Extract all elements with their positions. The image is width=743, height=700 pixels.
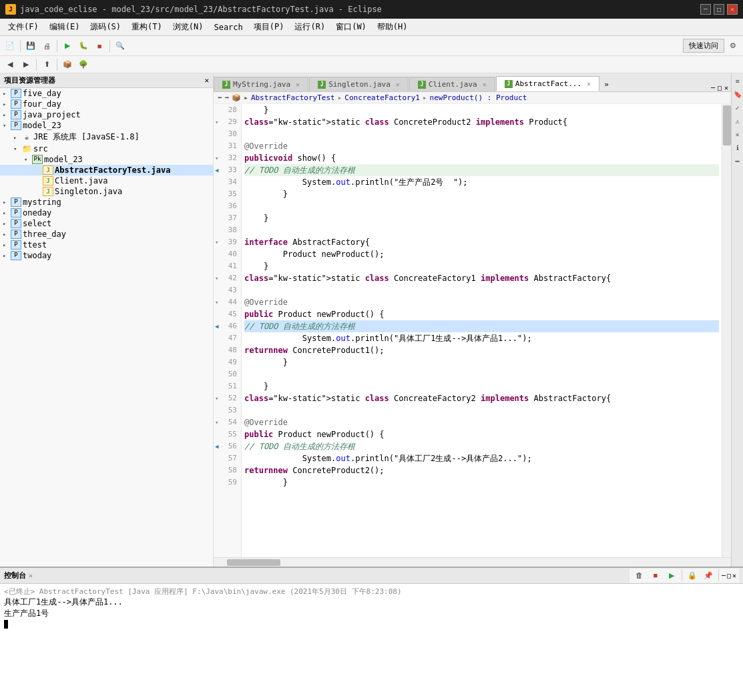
tree-item-java_project[interactable]: ▸Pjava_project [0,109,213,120]
print-button[interactable]: 🖨 [39,39,54,53]
quick-access-button[interactable]: 快速访问 [683,39,724,53]
tree-item-model_23_pkg[interactable]: ▾Pkmodel_23 [0,154,213,165]
problem-icon[interactable]: ⚠ [733,116,742,125]
toolbar-options-button[interactable]: ⚙ [726,39,740,53]
minimize-button[interactable]: ─ [700,4,711,15]
sidebar-minimize-icon[interactable]: ✕ [204,76,209,85]
tab-client[interactable]: J Client.java ✕ [409,77,495,91]
collapse-icon-39[interactable]: ▾ [215,236,218,248]
outline-icon[interactable]: ≡ [733,76,742,85]
breadcrumb-nav-1[interactable]: ⬅ [218,93,222,102]
breadcrumb-nav-2[interactable]: ➡ [225,93,230,102]
bookmark-icon[interactable]: 🔖 [733,89,742,99]
menu-item-search[interactable]: Search [208,21,248,33]
tree-arrow-java_project[interactable]: ▸ [3,111,11,118]
tree-arrow-twoday[interactable]: ▸ [3,252,11,259]
tree-item-five_day[interactable]: ▸Pfive_day [0,88,213,99]
tree-arrow-mystring[interactable]: ▸ [3,199,11,206]
breadcrumb-nav-4[interactable]: ▸ [244,93,248,102]
highlight-icon[interactable]: ━ [733,156,742,165]
breadcrumb-class[interactable]: AbstractFactoryTest [251,93,335,102]
tree-arrow-oneday[interactable]: ▸ [3,210,11,216]
tree-arrow-model_23[interactable]: ▾ [3,122,11,129]
tree-item-ttest[interactable]: ▸Pttest [0,240,213,250]
maximize-button[interactable]: □ [714,4,724,15]
save-button[interactable]: 💾 [23,39,38,53]
tree-arrow-model_23_pkg[interactable]: ▾ [24,156,32,163]
info-icon[interactable]: ℹ [733,143,742,152]
console-clear-button[interactable]: 🗑 [632,568,647,583]
new-button[interactable]: 📄 [3,39,17,53]
menu-item-w[interactable]: 窗口(W) [330,20,372,34]
package-explorer-button[interactable]: 📦 [60,57,75,72]
tab-close-mystring[interactable]: ✕ [296,81,300,88]
menu-item-s[interactable]: 源码(S) [85,20,126,34]
console-scroll-lock[interactable]: 🔒 [685,568,700,583]
tree-item-AbstractFactoryTest[interactable]: JAbstractFactoryTest.java [0,165,213,176]
tab-singleton[interactable]: J Singleton.java ✕ [309,77,409,91]
tree-arrow-ttest[interactable]: ▸ [3,242,11,248]
tree-item-jre[interactable]: ▸☕JRE 系统库 [JavaSE-1.8] [0,131,213,143]
back-button[interactable]: ◀ [3,57,17,72]
breadcrumb-nav-3[interactable]: 📦 [232,93,241,102]
tree-item-four_day[interactable]: ▸Pfour_day [0,99,213,109]
code-content[interactable]: } class="kw-static">static class Concret… [242,104,722,557]
console-stop-button[interactable]: ■ [648,568,663,583]
console-min-button[interactable]: ─ [722,572,726,579]
collapse-icon-32[interactable]: ▾ [215,152,218,164]
tree-item-Singleton[interactable]: JSingleton.java [0,186,213,197]
editor-vertical-scrollbar[interactable] [722,104,731,557]
console-max-button[interactable]: □ [727,572,731,579]
tree-item-three_day[interactable]: ▸Pthree_day [0,229,213,240]
editor-hscrollbar[interactable] [214,557,731,567]
tree-item-mystring[interactable]: ▸Pmystring [0,197,213,208]
tree-item-select[interactable]: ▸Pselect [0,218,213,229]
hscroll-thumb[interactable] [227,559,280,566]
run-button[interactable]: ▶ [60,39,75,53]
editor-close-button[interactable]: ✕ [724,84,728,91]
tab-close-abstractfactory[interactable]: ✕ [587,80,591,87]
task-icon[interactable]: ✓ [733,103,742,112]
tab-close-singleton[interactable]: ✕ [396,81,400,88]
editor-max-button[interactable]: □ [718,84,722,91]
debug-button[interactable]: 🐛 [76,39,91,53]
menu-item-f[interactable]: 文件(F) [3,20,44,34]
tree-arrow-five_day[interactable]: ▸ [3,90,11,97]
up-button[interactable]: ⬆ [39,57,54,72]
console-close-button[interactable]: ✕ [732,572,736,579]
search-toolbar-button[interactable]: 🔍 [113,39,128,53]
console-pin-button[interactable]: 📌 [701,568,716,583]
collapse-icon-54[interactable]: ▾ [215,416,218,428]
editor-min-button[interactable]: ─ [711,84,715,91]
menu-item-t[interactable]: 重构(T) [126,20,168,34]
tab-close-client[interactable]: ✕ [483,81,487,88]
tree-item-src[interactable]: ▾📁src [0,143,213,154]
collapse-icon-42[interactable]: ▾ [215,272,218,284]
breadcrumb-method[interactable]: newProduct() : Product [430,93,527,102]
menu-item-r[interactable]: 运行(R) [289,20,330,34]
tree-arrow-jre[interactable]: ▸ [13,134,21,141]
close-button[interactable]: ✕ [727,4,738,15]
menu-item-e[interactable]: 编辑(E) [44,20,85,34]
error-icon[interactable]: ✕ [733,129,742,139]
collapse-icon-29[interactable]: ▾ [215,116,218,128]
tree-item-oneday[interactable]: ▸Poneday [0,208,213,218]
scrollbar-thumb[interactable] [723,105,731,145]
menu-item-p[interactable]: 项目(P) [248,20,290,34]
tree-arrow-src[interactable]: ▾ [13,145,21,152]
stop-button[interactable]: ■ [92,39,107,53]
tab-abstractfactory[interactable]: J AbstractFact... ✕ [496,76,599,91]
forward-button[interactable]: ▶ [19,57,33,72]
tab-mystring[interactable]: J MyString.java ✕ [214,77,308,91]
tree-arrow-three_day[interactable]: ▸ [3,231,11,238]
code-editor[interactable]: 28▾293031▾32◀333435363738▾394041▾4243▾44… [214,104,722,557]
more-tabs-button[interactable]: » [600,77,613,91]
menu-item-h[interactable]: 帮助(H) [372,20,413,34]
hierarchy-button[interactable]: 🌳 [76,57,91,72]
collapse-icon-52[interactable]: ▾ [215,392,218,404]
console-tab-close[interactable]: ✕ [29,572,33,579]
tree-arrow-select[interactable]: ▸ [3,220,11,227]
collapse-icon-44[interactable]: ▾ [215,296,218,308]
tree-item-Client[interactable]: JClient.java [0,176,213,186]
tree-arrow-four_day[interactable]: ▸ [3,101,11,107]
